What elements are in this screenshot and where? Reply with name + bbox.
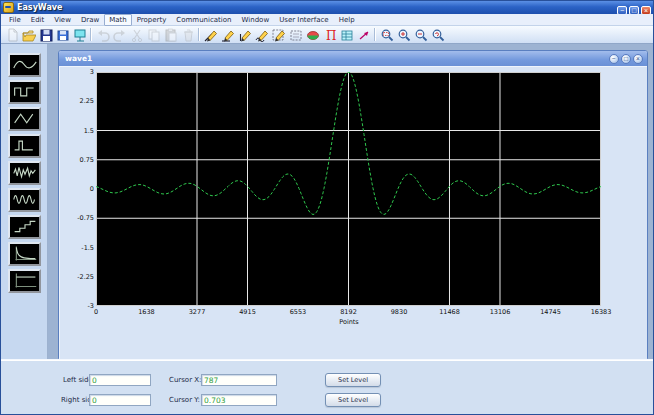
save-button[interactable] (37, 27, 54, 43)
zoom-out-button[interactable] (412, 27, 429, 43)
toolbar-separator (198, 28, 200, 41)
draw-line-button[interactable] (202, 27, 219, 43)
child-close-button[interactable]: × (633, 54, 643, 64)
select-points-button[interactable] (270, 27, 287, 43)
delete-icon (181, 28, 195, 42)
bottom-control-panel: Left side Cursor X: Set Level Right side… (1, 359, 654, 415)
dc-wave-button[interactable] (8, 269, 41, 293)
paste-button (162, 27, 179, 43)
zoom-in-button[interactable] (395, 27, 412, 43)
y-tick-label: -2.25 (61, 273, 94, 281)
menu-item-draw[interactable]: Draw (76, 14, 104, 26)
zoom-select-button[interactable] (378, 27, 395, 43)
equation-icon: Π (323, 28, 337, 42)
wave1-content: Points 32.251.50.750-0.75-1.5-2.25-30163… (59, 66, 647, 360)
noise-wave-button[interactable] (8, 161, 41, 185)
arbitrary-wave-button[interactable] (8, 188, 41, 212)
y-tick-label: 0.75 (61, 156, 94, 164)
open-file-icon (22, 28, 36, 42)
equation-button[interactable]: Π (321, 27, 338, 43)
arb-wave-icon (11, 190, 39, 209)
svg-text:Π: Π (326, 29, 336, 42)
pulse-wave-icon (11, 136, 39, 155)
marker-button[interactable] (355, 27, 372, 43)
exp-wave-icon (11, 244, 39, 263)
menu-item-view[interactable]: View (49, 14, 76, 26)
right-side-input[interactable] (89, 394, 151, 406)
select-points-icon (272, 28, 286, 42)
zoom-reset-button[interactable] (429, 27, 446, 43)
square-wave-button[interactable] (8, 80, 41, 104)
draw-horizontal-button[interactable] (219, 27, 236, 43)
easywave-window: EasyWave −□× FileEditViewDrawMathPropert… (0, 0, 654, 415)
left-side-input[interactable] (89, 374, 151, 386)
redo-icon (113, 28, 127, 42)
save-as-button[interactable] (54, 27, 71, 43)
menu-item-edit[interactable]: Edit (26, 14, 50, 26)
menu-item-communication[interactable]: Communication (171, 14, 236, 26)
zoom-select-icon (380, 28, 394, 42)
draw-vertical-button[interactable] (236, 27, 253, 43)
cursor-y-input[interactable] (201, 394, 277, 406)
wave1-title-bar[interactable]: wave1 −□× (59, 51, 647, 66)
export-icon (73, 28, 87, 42)
menu-bar: FileEditViewDrawMathPropertyCommunicatio… (1, 14, 653, 26)
menu-item-file[interactable]: File (4, 14, 26, 26)
open-file-button[interactable] (20, 27, 37, 43)
export-button[interactable] (71, 27, 88, 43)
toolbar-separator (374, 28, 376, 41)
child-minimize-button[interactable]: − (609, 54, 619, 64)
table-icon (340, 28, 354, 42)
set-level-button-bottom[interactable]: Set Level (325, 393, 381, 407)
table-button[interactable] (338, 27, 355, 43)
copy-icon (147, 28, 161, 42)
zoom-reset-icon (431, 28, 445, 42)
cut-button (128, 27, 145, 43)
x-axis-label: Points (314, 318, 384, 326)
cursor-y-label: Cursor Y: (169, 396, 200, 404)
select-area-button[interactable] (287, 27, 304, 43)
waveform-plot[interactable] (96, 72, 601, 306)
x-tick-label: 0 (79, 308, 113, 316)
sine-wave-icon (11, 55, 39, 74)
sine-wave-button[interactable] (8, 53, 41, 77)
menu-item-math[interactable]: Math (104, 14, 132, 26)
title-bar: EasyWave −□× (1, 1, 653, 14)
set-level-button-top[interactable]: Set Level (325, 373, 381, 387)
ramp-wave-button[interactable] (8, 107, 41, 131)
ramp-wave-icon (11, 109, 39, 128)
delete-button (179, 27, 196, 43)
y-tick-label: -1.5 (61, 244, 94, 252)
x-tick-label: 8192 (332, 308, 366, 316)
draw-vertical-icon (238, 28, 252, 42)
wave1-window: wave1 −□× Points 32.251.50.750-0.75-1.5-… (58, 50, 648, 359)
menu-item-help[interactable]: Help (334, 14, 360, 26)
y-tick-label: 0 (61, 185, 94, 193)
toolbar: Π (1, 26, 653, 44)
child-restore-button[interactable]: □ (621, 54, 631, 64)
menu-item-user-interface[interactable]: User Interface (274, 14, 334, 26)
undo-icon (96, 28, 110, 42)
draw-freehand-button[interactable] (253, 27, 270, 43)
redo-button (111, 27, 128, 43)
exponential-wave-button[interactable] (8, 242, 41, 266)
menu-item-property[interactable]: Property (132, 14, 172, 26)
x-tick-label: 6553 (281, 308, 315, 316)
cursor-x-label: Cursor X: (169, 376, 201, 384)
dc-wave-icon (11, 271, 39, 290)
x-tick-label: 13106 (483, 308, 517, 316)
ellipse-tool-button[interactable] (304, 27, 321, 43)
x-tick-label: 9830 (382, 308, 416, 316)
x-tick-label: 14745 (534, 308, 568, 316)
stair-wave-button[interactable] (8, 215, 41, 239)
draw-horizontal-icon (221, 28, 235, 42)
pulse-wave-button[interactable] (8, 134, 41, 158)
wave-type-sidebar (1, 44, 48, 359)
y-tick-label: 3 (61, 68, 94, 76)
paste-icon (164, 28, 178, 42)
wave1-title: wave1 (65, 54, 92, 63)
save-as-icon (56, 28, 70, 42)
menu-item-window[interactable]: Window (237, 14, 275, 26)
y-tick-label: -0.75 (61, 214, 94, 222)
cursor-x-input[interactable] (201, 374, 277, 386)
